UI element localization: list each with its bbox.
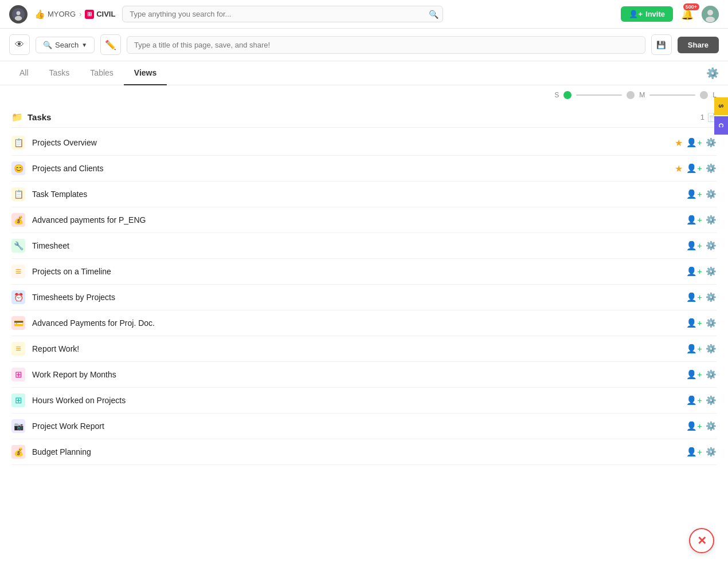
row-actions: 👤+ ⚙️ (686, 266, 717, 277)
row-actions: 👤+ ⚙️ (686, 318, 717, 328)
size-s-label: S (554, 91, 559, 99)
settings-icon[interactable]: ⚙️ (706, 215, 717, 225)
view-type-icon: 😊 (11, 162, 25, 175)
add-person-icon[interactable]: 👤+ (686, 292, 702, 302)
save-icon-button[interactable]: 💾 (651, 34, 672, 55)
breadcrumb-separator: › (79, 10, 81, 18)
notifications-button[interactable]: 🔔 500+ (679, 6, 696, 23)
settings-icon[interactable]: ⚙️ (706, 421, 717, 431)
row-actions: 👤+ ⚙️ (686, 292, 717, 302)
add-person-icon[interactable]: 👤+ (686, 266, 702, 277)
add-person-icon[interactable]: 👤+ (686, 447, 702, 457)
view-name: Advanced Payments for Proj. Doc. (32, 318, 679, 328)
tab-tasks[interactable]: Tasks (39, 61, 80, 85)
view-row[interactable]: 📷 Project Work Report 👤+ ⚙️ (11, 414, 717, 439)
view-row[interactable]: ⏰ Timesheets by Projects 👤+ ⚙️ (11, 285, 717, 310)
add-person-icon[interactable]: 👤+ (686, 189, 702, 199)
tab-all[interactable]: All (9, 61, 39, 85)
pencil-button[interactable]: ✏️ (100, 34, 121, 55)
tab-tables[interactable]: Tables (80, 61, 123, 85)
size-m-dot[interactable] (627, 91, 635, 99)
settings-icon[interactable]: ⚙️ (706, 266, 717, 277)
view-row[interactable]: 📋 Task Templates 👤+ ⚙️ (11, 182, 717, 207)
folder-icon: 📁 (11, 112, 23, 123)
svg-point-2 (15, 15, 22, 20)
row-actions: ★ 👤+ ⚙️ (675, 137, 717, 148)
page-title-input[interactable] (127, 36, 645, 54)
view-row[interactable]: 💰 Advanced payments for P_ENG 👤+ ⚙️ (11, 207, 717, 233)
size-selector: S M L (0, 85, 728, 101)
view-type-icon: 🔧 (11, 239, 25, 253)
view-type-icon: 📋 (11, 187, 25, 201)
view-row[interactable]: 📋 Projects Overview ★ 👤+ ⚙️ (11, 130, 717, 156)
view-row[interactable]: ≡ Projects on a Timeline 👤+ ⚙️ (11, 259, 717, 285)
add-person-icon[interactable]: 👤+ (686, 163, 702, 174)
settings-icon[interactable]: ⚙️ (706, 189, 717, 199)
invite-button[interactable]: 👤+ Invite (621, 6, 673, 22)
view-row[interactable]: 💰 Budget Planning 👤+ ⚙️ (11, 439, 717, 465)
view-row[interactable]: ⊞ Work Report by Months 👤+ ⚙️ (11, 362, 717, 388)
global-search-icon[interactable]: 🔍 (429, 10, 439, 19)
view-name: Budget Planning (32, 447, 679, 456)
view-type-icon: ⊞ (11, 393, 25, 407)
view-type-icon: ≡ (11, 265, 25, 278)
row-actions: 👤+ ⚙️ (686, 421, 717, 431)
settings-icon[interactable]: ⚙️ (706, 318, 717, 328)
settings-icon[interactable]: ⚙️ (706, 241, 717, 251)
size-s-dot[interactable] (563, 91, 572, 99)
size-l-dot[interactable] (700, 91, 708, 99)
add-person-icon[interactable]: 👤+ (686, 369, 702, 380)
settings-icon[interactable]: ⚙️ (706, 369, 717, 380)
settings-icon[interactable]: ⚙️ (706, 292, 717, 302)
views-group-header: 📁 Tasks 1 📄 (11, 107, 717, 128)
view-row[interactable]: 😊 Projects and Clients ★ 👤+ ⚙️ (11, 156, 717, 182)
group-title: Tasks (28, 112, 51, 122)
add-person-icon[interactable]: 👤+ (686, 344, 702, 354)
right-tab-yellow[interactable]: $ (714, 97, 728, 115)
settings-icon[interactable]: ⚙️ (706, 447, 717, 457)
star-icon[interactable]: ★ (675, 163, 683, 174)
view-type-icon: 💰 (11, 445, 25, 459)
tab-views[interactable]: Views (124, 61, 167, 85)
secondary-toolbar: 👁 🔍 Search ▼ ✏️ 💾 Share (0, 29, 728, 61)
org-link[interactable]: 👍 MYORG (34, 9, 76, 19)
add-person-icon[interactable]: 👤+ (686, 215, 702, 225)
add-person-icon[interactable]: 👤+ (686, 137, 702, 148)
settings-icon[interactable]: ⚙️ (706, 163, 717, 174)
view-name: Timesheet (32, 241, 679, 250)
view-type-icon: ⊞ (11, 368, 25, 381)
add-person-icon[interactable]: 👤+ (686, 395, 702, 405)
project-link[interactable]: ⊞ CIVIL (85, 10, 115, 19)
view-type-icon: ≡ (11, 342, 25, 356)
add-person-icon[interactable]: 👤+ (686, 241, 702, 251)
tabs-gear-icon[interactable]: ⚙️ (706, 67, 719, 80)
row-actions: 👤+ ⚙️ (686, 215, 717, 225)
view-row[interactable]: ≡ Report Work! 👤+ ⚙️ (11, 336, 717, 362)
right-tab-purple[interactable]: C (714, 116, 728, 135)
share-button[interactable]: Share (678, 37, 719, 53)
main-content: 📁 Tasks 1 📄 📋 Projects Overview ★ 👤+ ⚙️ … (0, 101, 728, 488)
avatar[interactable] (9, 5, 28, 23)
view-row[interactable]: 🔧 Timesheet 👤+ ⚙️ (11, 233, 717, 259)
add-person-icon[interactable]: 👤+ (686, 421, 702, 431)
view-name: Projects Overview (32, 138, 668, 147)
view-row[interactable]: 💳 Advanced Payments for Proj. Doc. 👤+ ⚙️ (11, 310, 717, 336)
view-type-icon: 💰 (11, 213, 25, 227)
settings-icon[interactable]: ⚙️ (706, 137, 717, 148)
settings-icon[interactable]: ⚙️ (706, 344, 717, 354)
star-icon[interactable]: ★ (675, 137, 683, 148)
view-name: Projects and Clients (32, 164, 668, 173)
row-actions: 👤+ ⚙️ (686, 395, 717, 405)
row-actions: ★ 👤+ ⚙️ (675, 163, 717, 174)
eye-button[interactable]: 👁 (9, 34, 30, 55)
search-button[interactable]: 🔍 Search ▼ (36, 37, 95, 53)
user-avatar[interactable] (702, 6, 719, 23)
view-row[interactable]: ⊞ Hours Worked on Projects 👤+ ⚙️ (11, 388, 717, 414)
add-person-icon[interactable]: 👤+ (686, 318, 702, 328)
row-actions: 👤+ ⚙️ (686, 241, 717, 251)
view-name: Task Templates (32, 190, 679, 199)
global-search-input[interactable] (122, 6, 443, 22)
row-actions: 👤+ ⚙️ (686, 369, 717, 380)
view-name: Timesheets by Projects (32, 293, 679, 302)
settings-icon[interactable]: ⚙️ (706, 395, 717, 405)
